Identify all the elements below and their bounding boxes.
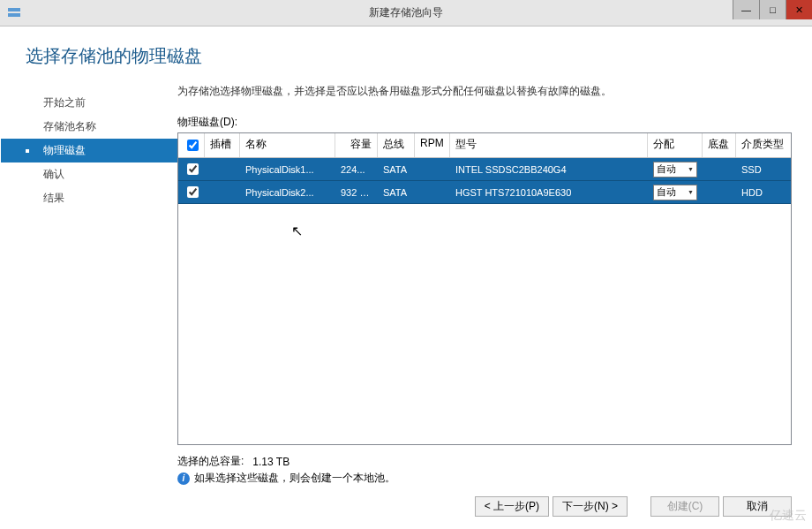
total-value: 1.13 TB: [252, 456, 289, 468]
wizard-nav: 开始之前 存储池名称 物理磁盘 确认 结果: [1, 84, 177, 486]
cell-capacity: 932 GB: [335, 185, 378, 200]
header-alloc[interactable]: 分配: [648, 133, 703, 157]
cell-name: PhysicalDisk2...: [240, 185, 335, 200]
info-text: 如果选择这些磁盘，则会创建一个本地池。: [194, 471, 395, 486]
header-chassis[interactable]: 底盘: [703, 133, 736, 157]
cell-chassis: [703, 167, 736, 172]
table-row[interactable]: PhysicalDisk1... 224... SATA INTEL SSDSC…: [178, 158, 791, 181]
content: 选择存储池的物理磁盘 开始之前 存储池名称 物理磁盘 确认 结果 为存储池选择物…: [0, 26, 812, 529]
header-bus[interactable]: 总线: [378, 133, 415, 157]
nav-confirm[interactable]: 确认: [1, 162, 177, 186]
form-area: 为存储池选择物理磁盘，并选择是否应以热备用磁盘形式分配任何磁盘以替换有故障的磁盘…: [177, 84, 811, 486]
cell-rpm: [415, 190, 450, 195]
cell-slot: [205, 167, 240, 172]
header-capacity[interactable]: 容量: [335, 133, 378, 157]
header-checkbox-col[interactable]: [178, 133, 205, 157]
titlebar: 新建存储池向导 — □ ✕: [0, 0, 812, 26]
create-button: 创建(C): [650, 496, 719, 517]
nav-pool-name[interactable]: 存储池名称: [1, 115, 177, 139]
select-all-checkbox[interactable]: [187, 140, 199, 151]
previous-button[interactable]: < 上一步(P): [475, 496, 549, 517]
svg-rect-0: [8, 8, 20, 11]
table-row[interactable]: PhysicalDisk2... 932 GB SATA HGST HTS721…: [178, 181, 791, 204]
cell-rpm: [415, 167, 450, 172]
grid-label: 物理磁盘(D):: [177, 115, 792, 130]
header-name[interactable]: 名称: [240, 133, 335, 157]
page-heading: 选择存储池的物理磁盘: [1, 26, 811, 84]
app-icon: [7, 6, 21, 20]
next-button[interactable]: 下一步(N) >: [553, 496, 628, 517]
cell-media: HDD: [736, 185, 791, 200]
cell-model: HGST HTS721010A9E630: [450, 185, 648, 200]
window-controls: — □ ✕: [733, 0, 812, 19]
instruction-text: 为存储池选择物理磁盘，并选择是否应以热备用磁盘形式分配任何磁盘以替换有故障的磁盘…: [177, 84, 792, 99]
total-label: 选择的总容量:: [177, 454, 244, 469]
wizard-footer: < 上一步(P) 下一步(N) > 创建(C) 取消: [1, 486, 811, 529]
cell-chassis: [703, 190, 736, 195]
header-media[interactable]: 介质类型: [736, 133, 791, 157]
window-title: 新建存储池向导: [0, 5, 812, 20]
allocation-select[interactable]: 自动: [653, 162, 697, 178]
header-model[interactable]: 型号: [450, 133, 648, 157]
cell-name: PhysicalDisk1...: [240, 162, 335, 178]
nav-before-begin[interactable]: 开始之前: [1, 91, 177, 115]
header-rpm[interactable]: RPM: [415, 133, 450, 157]
row-checkbox[interactable]: [187, 163, 199, 175]
row-checkbox[interactable]: [187, 186, 199, 198]
minimize-button[interactable]: —: [733, 0, 759, 19]
info-icon: i: [177, 472, 190, 485]
grid-header: 插槽 名称 容量 总线 RPM 型号 分配 底盘 介质类型: [178, 133, 791, 158]
cell-slot: [205, 190, 240, 195]
header-slot[interactable]: 插槽: [205, 133, 240, 157]
allocation-select[interactable]: 自动: [653, 185, 697, 200]
cell-capacity: 224...: [335, 162, 378, 178]
maximize-button[interactable]: □: [759, 0, 786, 19]
cell-media: SSD: [736, 162, 791, 178]
cell-model: INTEL SSDSC2BB240G4: [450, 162, 648, 178]
main-area: 开始之前 存储池名称 物理磁盘 确认 结果 为存储池选择物理磁盘，并选择是否应以…: [1, 84, 811, 486]
summary: 选择的总容量: 1.13 TB i 如果选择这些磁盘，则会创建一个本地池。: [177, 445, 792, 486]
grid-body[interactable]: PhysicalDisk1... 224... SATA INTEL SSDSC…: [178, 158, 791, 444]
close-button[interactable]: ✕: [786, 0, 812, 19]
nav-physical-disks[interactable]: 物理磁盘: [1, 139, 177, 162]
cell-bus: SATA: [378, 162, 415, 178]
svg-rect-1: [8, 13, 20, 17]
watermark: 亿速云: [770, 508, 807, 524]
cell-bus: SATA: [378, 185, 415, 200]
nav-result[interactable]: 结果: [1, 186, 177, 210]
physical-disks-grid: 插槽 名称 容量 总线 RPM 型号 分配 底盘 介质类型 PhysicalDi…: [177, 132, 792, 445]
